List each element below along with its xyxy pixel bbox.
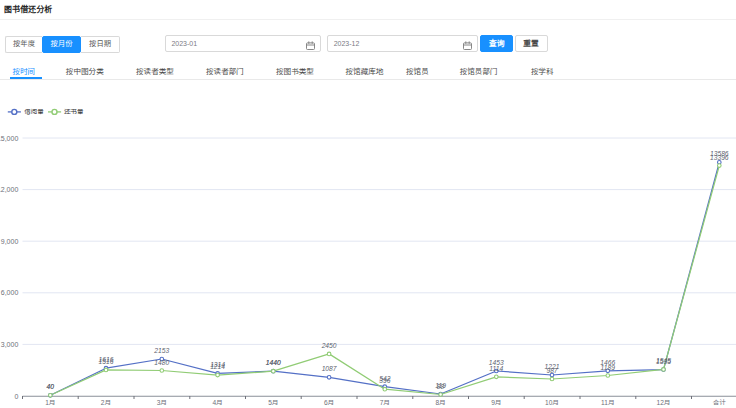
svg-text:9,000: 9,000 [1,238,19,245]
svg-text:12月: 12月 [657,399,671,406]
svg-text:7月: 7月 [380,399,390,406]
svg-text:1453: 1453 [489,359,504,366]
svg-text:8月: 8月 [435,399,445,406]
svg-text:5月: 5月 [268,399,278,406]
svg-text:还书量: 还书量 [64,108,84,115]
svg-text:10月: 10月 [545,399,559,406]
svg-text:3月: 3月 [157,399,167,406]
svg-text:119: 119 [435,382,446,389]
svg-text:1616: 1616 [99,356,114,363]
svg-text:1221: 1221 [545,363,560,370]
svg-text:借阅量: 借阅量 [24,108,44,115]
svg-text:2153: 2153 [153,347,169,354]
svg-text:12,000: 12,000 [0,186,18,193]
svg-text:1466: 1466 [600,359,615,366]
svg-text:2450: 2450 [321,342,337,349]
svg-text:1535: 1535 [656,358,671,365]
svg-text:1月: 1月 [45,399,55,406]
svg-text:6,000: 6,000 [1,289,19,296]
svg-text:11月: 11月 [601,399,614,406]
svg-text:6月: 6月 [324,399,334,406]
svg-text:2月: 2月 [101,399,111,406]
svg-text:13586: 13586 [710,150,729,157]
svg-text:1480: 1480 [154,359,169,366]
svg-text:542: 542 [379,375,390,382]
svg-text:0: 0 [14,393,18,400]
svg-text:40: 40 [47,383,55,390]
svg-text:4月: 4月 [212,399,222,406]
svg-text:1087: 1087 [322,365,337,372]
svg-text:1440: 1440 [266,359,281,366]
svg-text:合计: 合计 [713,399,727,406]
svg-text:9月: 9月 [491,399,501,406]
svg-text:15,000: 15,000 [0,135,18,142]
svg-text:3,000: 3,000 [1,341,19,348]
svg-text:1314: 1314 [210,361,225,368]
